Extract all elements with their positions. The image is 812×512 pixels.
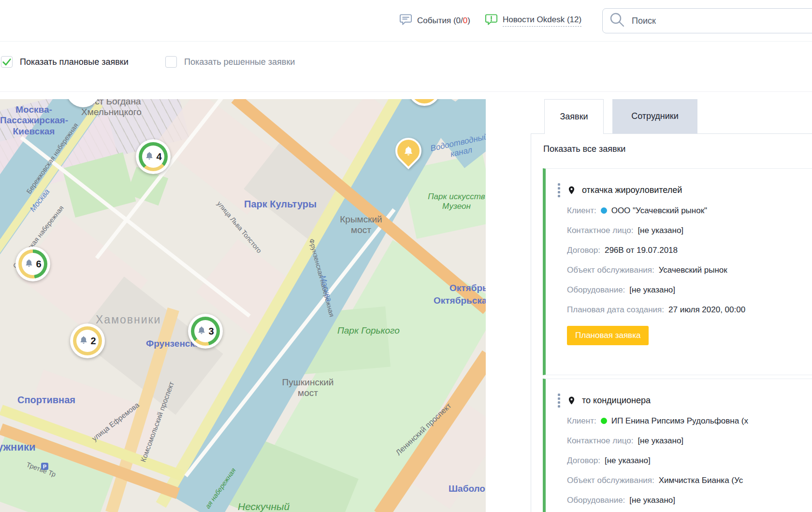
news-bubble-icon bbox=[485, 13, 498, 29]
cluster-count: 3 bbox=[208, 326, 214, 337]
field-contract: Договор:[не указано] bbox=[567, 451, 810, 470]
field-equipment: Оборудование:[не указано] bbox=[567, 280, 810, 300]
location-pin-icon bbox=[567, 396, 576, 405]
field-service-object: Объект обслуживания:Химчистка Бианка (Ус bbox=[567, 470, 810, 490]
request-title[interactable]: то кондиционера bbox=[582, 395, 651, 406]
request-title[interactable]: откачка жироуловителей bbox=[582, 185, 682, 195]
cluster-marker-4[interactable]: 4 bbox=[136, 139, 171, 174]
field-service-object: Объект обслуживания:Усачевский рынок bbox=[567, 260, 810, 280]
filter-resolved[interactable]: Показать решенные заявки bbox=[165, 56, 295, 68]
bell-icon bbox=[24, 258, 34, 270]
news-label: Новости Okdesk (12) bbox=[503, 15, 581, 27]
field-equipment: Оборудование:[не указано] bbox=[567, 490, 810, 510]
request-card[interactable]: то кондиционера Клиент:ИП Енина Рипсимэ … bbox=[543, 379, 812, 512]
drag-handle-icon[interactable] bbox=[557, 393, 561, 409]
cluster-count: 4 bbox=[156, 151, 161, 162]
events-button[interactable]: События (0/0) bbox=[399, 0, 470, 42]
tab-employees[interactable]: Сотрудники bbox=[612, 99, 697, 133]
search-box[interactable] bbox=[602, 8, 812, 33]
resolved-checkbox-label: Показать решенные заявки bbox=[184, 57, 295, 67]
events-alert-count: 0 bbox=[463, 16, 467, 25]
news-button[interactable]: Новости Okdesk (12) bbox=[485, 0, 581, 42]
events-label: События (0/0) bbox=[417, 16, 470, 26]
cluster-count: 6 bbox=[36, 259, 41, 270]
bell-icon bbox=[403, 145, 414, 157]
show-all-requests-link[interactable]: Показать все заявки bbox=[543, 144, 625, 154]
search-icon bbox=[609, 11, 626, 30]
field-contract: Договор:296В от 19.07.2018 bbox=[567, 240, 810, 260]
bell-icon bbox=[197, 325, 206, 337]
bell-icon bbox=[145, 151, 154, 162]
chat-bubble-icon bbox=[399, 13, 412, 29]
okdesk-map-page: События (0/0) Новости Okdesk (12) Показа… bbox=[0, 0, 812, 512]
search-input[interactable] bbox=[631, 15, 776, 27]
cluster-marker-6[interactable]: 6 bbox=[15, 247, 50, 281]
filter-bar: Показать плановые заявки Показать решенн… bbox=[0, 42, 812, 92]
cluster-count: 2 bbox=[90, 336, 96, 347]
drag-handle-icon[interactable] bbox=[557, 182, 561, 198]
planned-checkbox-label: Показать плановые заявки bbox=[20, 57, 129, 67]
planned-request-badge: Плановая заявка bbox=[567, 326, 649, 345]
tab-employees-label: Сотрудники bbox=[631, 111, 679, 121]
top-header: События (0/0) Новости Okdesk (12) bbox=[0, 0, 812, 42]
client-status-dot bbox=[601, 418, 607, 424]
bell-icon bbox=[79, 335, 88, 347]
field-client: Клиент:ООО "Усачевский рынок" bbox=[567, 201, 810, 220]
parking-icon: P bbox=[41, 463, 48, 470]
tab-requests[interactable]: Заявки bbox=[544, 99, 604, 134]
planned-checkbox-checked[interactable] bbox=[1, 56, 13, 68]
field-planned-date: Плановая дата создания:27 июля 2020, 00:… bbox=[567, 300, 810, 320]
filter-planned[interactable]: Показать плановые заявки bbox=[1, 56, 129, 68]
client-status-dot bbox=[601, 207, 607, 214]
field-contact: Контактное лицо:[не указано] bbox=[567, 431, 810, 451]
cluster-marker-3[interactable]: 3 bbox=[188, 314, 223, 349]
cluster-marker-2[interactable]: 2 bbox=[70, 323, 105, 358]
location-pin-icon bbox=[567, 186, 576, 195]
tab-requests-label: Заявки bbox=[560, 112, 588, 122]
field-client: Клиент:ИП Енина Рипсимэ Рудольфовна (х bbox=[567, 411, 810, 431]
map-viewport[interactable]: Москва- Пассажирская- Киевская Мост Богд… bbox=[0, 99, 486, 512]
resolved-checkbox-unchecked[interactable] bbox=[165, 56, 177, 68]
field-contact: Контактное лицо:[не указано] bbox=[567, 220, 810, 240]
request-card[interactable]: откачка жироуловителей Клиент:ООО "Усаче… bbox=[543, 168, 812, 375]
